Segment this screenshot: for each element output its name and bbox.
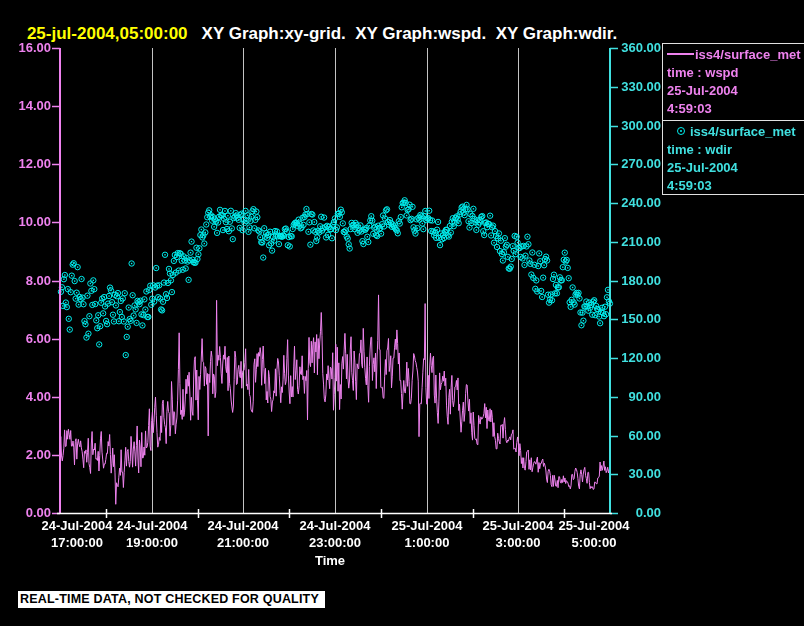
x-tick-time: 5:00:00 [539,534,649,551]
circle-symbol-icon [677,127,685,135]
legend-wspd-field: time : wspd [667,64,804,82]
legend-wdir-field: time : wdir [667,141,804,159]
legend-entry-wspd: iss4/surface_met time : wspd 25-Jul-2004… [663,44,804,121]
legend-wspd-source: iss4/surface_met [695,47,801,62]
legend-wdir-source-row: iss4/surface_met [667,123,804,141]
legend-wdir-source: iss4/surface_met [690,124,796,139]
xy-graph-window: 25-jul-2004,05:00:00XY Graph:xy-grid. XY… [0,0,804,626]
legend-wspd-date: 25-Jul-2004 [667,82,804,100]
legend: iss4/surface_met time : wspd 25-Jul-2004… [662,43,804,195]
x-tick-date: 25-Jul-2004 [539,517,649,534]
legend-entry-wdir: iss4/surface_met time : wdir 25-Jul-2004… [663,121,804,197]
legend-wdir-time: 4:59:03 [667,177,804,195]
quality-banner: REAL-TIME DATA, NOT CHECKED FOR QUALITY [18,591,325,608]
x-axis-title: Time [300,553,360,568]
legend-wspd-time: 4:59:03 [667,100,804,118]
legend-wspd-source-row: iss4/surface_met [667,46,804,64]
x-axis-tick-label: 25-Jul-20045:00:00 [539,517,649,551]
legend-wdir-date: 25-Jul-2004 [667,159,804,177]
line-symbol-icon [667,53,694,55]
